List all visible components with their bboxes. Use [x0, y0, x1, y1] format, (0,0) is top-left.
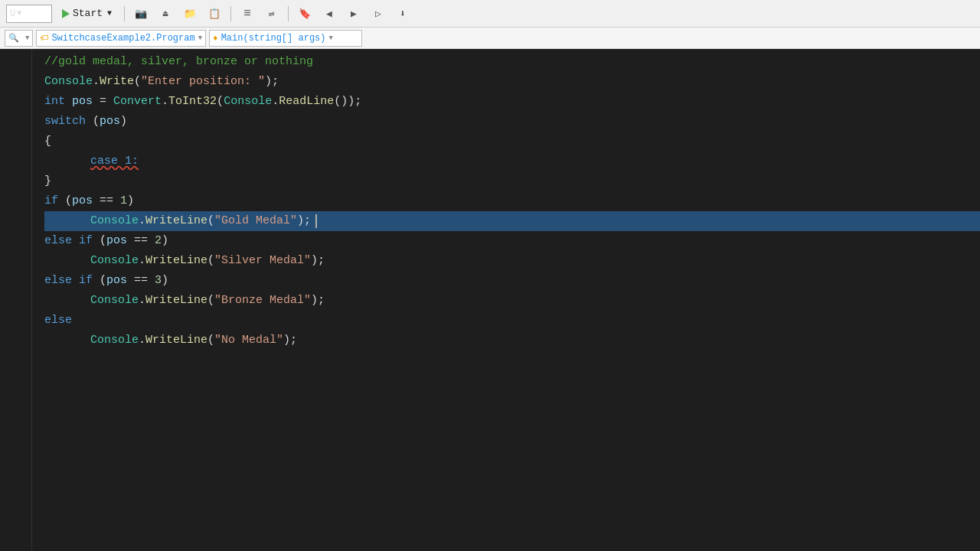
toolbar: U ▼ Start ▼ 📷 ⏏ 📁 📋 ≡ ⇌ 🔖 ◀ ▶ ▷ ⬇ — [0, 0, 980, 28]
align-button[interactable]: ⇌ — [261, 4, 283, 24]
code-line-console-write: Console.Write("Enter position: "); — [44, 72, 980, 92]
next-button[interactable]: ▶ — [343, 4, 364, 24]
indent-button[interactable]: ≡ — [237, 4, 258, 24]
code-line-switch: switch (pos) — [44, 112, 980, 132]
code-line-int-decl: int pos = Convert.ToInt32(Console.ReadLi… — [44, 92, 980, 112]
chevron-file-icon: ▼ — [198, 34, 202, 42]
gutter-line — [0, 251, 27, 271]
line-numbers-gutter — [0, 49, 32, 551]
gutter-line — [0, 132, 27, 152]
file-icon: 🏷 — [40, 33, 48, 43]
code-line-no-medal: Console.WriteLine("No Medal"); — [44, 331, 980, 350]
bookmark-button[interactable]: 🔖 — [294, 4, 315, 24]
code-area[interactable]: //gold medal, silver, bronze or nothing … — [32, 49, 980, 551]
gutter-line — [0, 92, 27, 112]
chevron-down-icon: ▼ — [17, 9, 21, 18]
nav-dropdown-file[interactable]: 🏷 SwitchcaseExample2.Program ▼ — [36, 30, 206, 47]
code-line-bronze: Console.WriteLine("Bronze Medal"); — [44, 291, 980, 311]
camera-button[interactable]: 📷 — [130, 4, 152, 24]
method-label: Main(string[] args) — [221, 33, 326, 44]
chevron-icon: ▼ — [25, 34, 29, 42]
dropdown-label: U — [10, 8, 15, 19]
step-button[interactable]: ⬇ — [392, 4, 413, 24]
text-cursor — [315, 214, 317, 228]
code-line-open-brace: { — [44, 132, 980, 152]
gutter-line — [0, 72, 27, 92]
chevron-method-icon: ▼ — [328, 34, 332, 42]
gutter-line — [0, 52, 27, 72]
separator — [124, 6, 125, 21]
separator2 — [230, 6, 231, 21]
scope-icon: 🔍 — [8, 33, 19, 43]
chevron-down-icon: ▼ — [107, 9, 112, 18]
file-label: SwitchcaseExample2.Program — [51, 33, 194, 44]
start-label: Start — [73, 8, 103, 19]
play-icon — [62, 9, 70, 18]
gutter-line — [0, 331, 27, 350]
gutter-line — [0, 191, 27, 211]
editor: //gold medal, silver, bronze or nothing … — [0, 49, 980, 551]
separator3 — [288, 6, 289, 21]
gutter-line — [0, 171, 27, 191]
code-line-gold[interactable]: Console.WriteLine("Gold Medal"); — [44, 211, 980, 231]
method-icon: ♦ — [213, 34, 218, 43]
scope-dropdown[interactable]: 🔍 ▼ — [5, 30, 33, 47]
gutter-line — [0, 311, 27, 331]
code-line-close-brace: } — [44, 171, 980, 191]
start-button[interactable]: Start ▼ — [55, 4, 119, 24]
code-line-else: else — [44, 311, 980, 331]
eject-button[interactable]: ⏏ — [155, 4, 176, 24]
code-line-case: case 1: — [44, 152, 980, 171]
code-line-silver: Console.WriteLine("Silver Medal"); — [44, 251, 980, 271]
gutter-line — [0, 152, 27, 171]
clipboard-button[interactable]: 📋 — [204, 4, 225, 24]
nav-bar: 🔍 ▼ 🏷 SwitchcaseExample2.Program ▼ ♦ Mai… — [0, 28, 980, 49]
prev-button[interactable]: ◀ — [318, 4, 340, 24]
gutter-line — [0, 112, 27, 132]
platform-dropdown[interactable]: U ▼ — [6, 5, 52, 23]
code-line-else-if-3: else if (pos == 3) — [44, 271, 980, 291]
code-line-else-if-2: else if (pos == 2) — [44, 231, 980, 251]
nav-dropdown-method[interactable]: ♦ Main(string[] args) ▼ — [209, 30, 362, 47]
gutter-line — [0, 211, 27, 231]
code-line-if: if (pos == 1) — [44, 191, 980, 211]
code-line-comment: //gold medal, silver, bronze or nothing — [44, 52, 980, 72]
run-button[interactable]: ▷ — [368, 4, 389, 24]
gutter-line — [0, 291, 27, 311]
gutter-line — [0, 231, 27, 251]
gutter-line — [0, 271, 27, 291]
folder-button[interactable]: 📁 — [179, 4, 201, 24]
